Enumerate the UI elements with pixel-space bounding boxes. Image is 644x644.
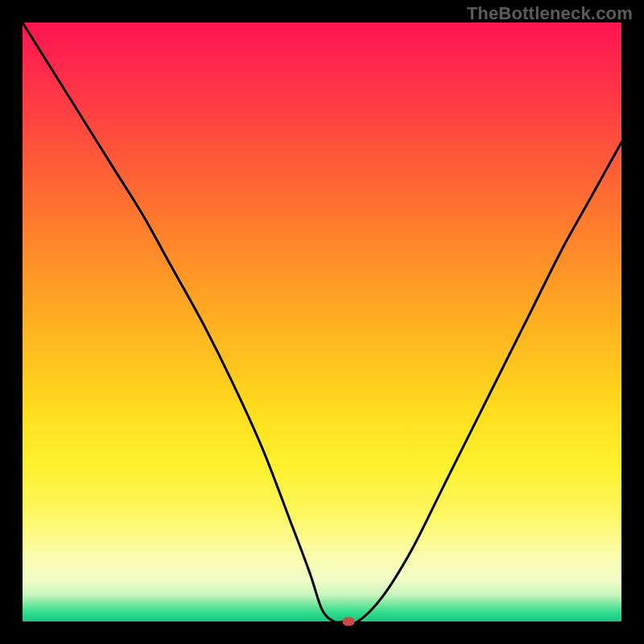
bottleneck-curve-path — [23, 23, 621, 623]
plot-area — [23, 23, 621, 621]
bottleneck-marker — [343, 617, 355, 626]
chart-frame: TheBottleneck.com — [0, 0, 644, 644]
watermark-text: TheBottleneck.com — [467, 3, 633, 24]
curve-svg — [23, 23, 621, 621]
